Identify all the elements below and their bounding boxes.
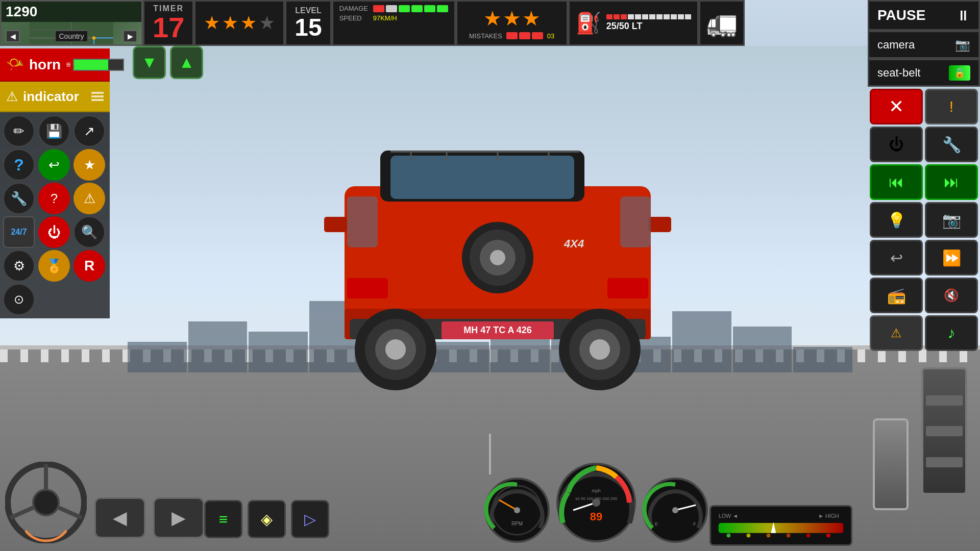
indicator-row[interactable]: ⚠ indicator [0, 82, 110, 112]
minimap-prev-btn[interactable]: ◀ [6, 30, 20, 42]
nav-up-btn[interactable]: ▲ [170, 46, 203, 79]
top-hud: 1290 ◀ Country ▶ TIMER 17 [0, 0, 980, 46]
mute-btn[interactable]: 🔇 [925, 278, 978, 313]
nav-back-btn[interactable]: ◀ [94, 497, 145, 538]
mistakes-label: MISTAKES [469, 32, 502, 40]
warning-btn[interactable]: ⚠ [74, 183, 105, 214]
help-btn[interactable]: ? [3, 149, 35, 181]
mistakes-row: MISTAKES 03 [469, 32, 554, 40]
navigation-arrows: ▼ ▲ [133, 46, 203, 79]
icon-grid: ✏ 💾 ↗ ? ↩ ★ 🔧 ? ⚠ 24/7 ⏻ 🔍 ⚙ 🏅 R ⊙ [0, 112, 110, 318]
svg-rect-20 [607, 278, 648, 298]
close-btn[interactable]: ✕ [870, 89, 923, 124]
247-btn[interactable]: 24/7 [3, 216, 35, 248]
power-btn[interactable]: ⏻ [38, 216, 70, 248]
svg-text:LOW ◄: LOW ◄ [719, 513, 738, 519]
horn-bar-fill [74, 60, 108, 70]
speed-label: SPEED [339, 14, 370, 22]
pause-label: PAUSE [877, 7, 925, 23]
fuel-led-1 [606, 14, 612, 19]
headlight-btn[interactable]: ◈ [248, 500, 286, 538]
seatbelt-button[interactable]: seat-belt 🔒 [868, 59, 980, 87]
star-3: ★ [240, 12, 257, 34]
steering-wheel[interactable] [5, 462, 87, 543]
hazard-btn[interactable]: ⚠ [870, 315, 923, 351]
health-dots [373, 5, 448, 12]
bottom-right-gauge-panel: LOW ◄ ► HIGH [709, 505, 852, 546]
r-btn[interactable]: R [74, 250, 105, 282]
screenshot-btn[interactable]: 📷 [925, 202, 978, 238]
svg-point-44 [514, 507, 520, 513]
svg-text:4X4: 4X4 [564, 237, 584, 250]
nav-fwd-btn[interactable]: ▶ [153, 497, 204, 538]
exclaim-btn[interactable]: ! [925, 89, 978, 124]
power2-btn[interactable]: ⏻ [870, 127, 923, 162]
indicator-line-1 [91, 92, 104, 94]
share-btn[interactable]: ↗ [74, 115, 105, 147]
svg-point-62 [726, 534, 730, 538]
nav-down-btn[interactable]: ▼ [133, 46, 166, 79]
minimap-next-btn[interactable]: ▶ [123, 30, 137, 42]
tool-btn[interactable]: 🔧 [3, 183, 35, 214]
right-btn-row-6: 📻 🔇 [870, 278, 978, 313]
fuel-bar-container: 25/50 LT [606, 14, 691, 32]
zoom-btn[interactable]: 🔍 [74, 216, 105, 248]
svg-point-18 [490, 250, 505, 265]
health-dot-4 [411, 5, 423, 12]
undo-btn[interactable]: ↩ [38, 149, 70, 181]
mistake-dot-1 [506, 32, 518, 39]
svg-text:mph: mph [592, 488, 601, 493]
info-btn[interactable]: ? [38, 183, 70, 214]
mistakes-dots [506, 32, 543, 39]
fog-light-btn[interactable]: ≡ [204, 500, 242, 538]
radio-btn[interactable]: 📻 [870, 278, 923, 313]
accel-stripe-3 [926, 457, 963, 467]
rewind-btn[interactable]: ↩ [870, 240, 923, 276]
svg-text:F: F [693, 521, 696, 527]
fuel-led-10 [671, 14, 677, 19]
fuel-led-2 [614, 14, 620, 19]
accelerator-pedal[interactable] [921, 367, 967, 495]
timer-block: TIMER 17 [143, 0, 194, 46]
badge-btn[interactable]: 🏅 [38, 250, 70, 282]
svg-text:E: E [655, 521, 658, 527]
camera-button[interactable]: camera 📷 [868, 31, 980, 59]
fuel-unit: LT [632, 21, 643, 31]
brake-pedal[interactable] [873, 418, 909, 510]
speedometer-btn[interactable]: ⊙ [3, 284, 35, 315]
next-track-btn[interactable]: ⏭ [925, 164, 978, 200]
right-btn-row-7: ⚠ ♪ [870, 315, 978, 351]
indicator-lines [91, 92, 104, 101]
save-btn[interactable]: 💾 [38, 115, 70, 147]
right-top-panel: PAUSE ⏸ camera 📷 seat-belt 🔒 [868, 0, 980, 87]
level-block: LEVEL 15 [285, 0, 331, 46]
svg-rect-24 [347, 196, 378, 247]
truck-block: 🚛 [699, 0, 745, 46]
mistakes-count: 03 [547, 32, 554, 40]
perf-star-2: ★ [503, 7, 521, 30]
edit-btn[interactable]: ✏ [3, 115, 35, 147]
star-1: ★ [204, 12, 220, 34]
pause-button[interactable]: PAUSE ⏸ [868, 0, 980, 31]
indicator-line-3 [91, 99, 104, 101]
minimap-map: ◀ Country ▶ [2, 22, 141, 44]
settings-btn[interactable]: ⚙ [3, 250, 35, 282]
star-btn[interactable]: ★ [74, 149, 105, 181]
flashlight-btn[interactable]: 💡 [870, 202, 923, 238]
fuel-led-6 [642, 14, 648, 19]
bottom-gauge-svg: LOW ◄ ► HIGH [714, 508, 848, 543]
music-btn[interactable]: ♪ [925, 315, 978, 351]
prev-track-btn[interactable]: ⏮ [870, 164, 923, 200]
fuel-led-12 [685, 14, 691, 19]
fuel-display: 25/50 LT [606, 21, 691, 32]
horn-row[interactable]: 📯 horn ≡ [0, 48, 110, 82]
fuel-led-5 [635, 14, 641, 19]
mistake-dot-2 [519, 32, 530, 39]
fastforward-btn[interactable]: ⏩ [925, 240, 978, 276]
health-dot-3 [399, 5, 410, 12]
fuel-gauge: E F [642, 477, 708, 543]
highbeam-btn[interactable]: ▷ [291, 500, 329, 538]
wrench-btn[interactable]: 🔧 [925, 127, 978, 162]
star-4: ★ [259, 12, 275, 34]
minimap-country-label: Country [55, 31, 87, 42]
